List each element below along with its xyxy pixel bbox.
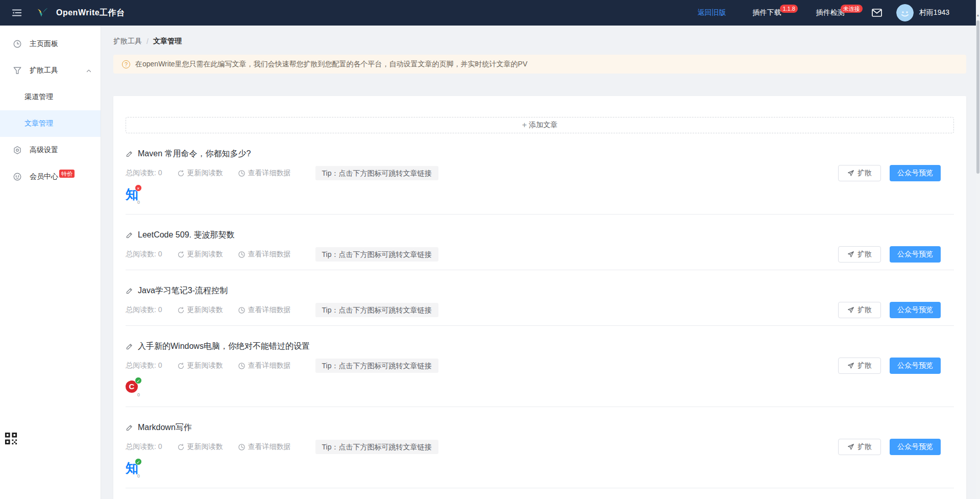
wechat-preview-button[interactable]: 公众号预览 [890, 165, 941, 181]
refresh-label: 更新阅读数 [187, 442, 223, 452]
spread-label: 扩散 [857, 361, 872, 370]
platform-icon-zhihu[interactable]: 知 0 × [126, 186, 143, 205]
sidebar-item-article-management[interactable]: 文章管理 [0, 110, 101, 137]
wechat-preview-button[interactable]: 公众号预览 [890, 439, 941, 455]
status-error-badge: × [135, 184, 142, 192]
spread-label: 扩散 [857, 442, 872, 452]
notice-text: 在openWrite里您只需在此编写文章，我们会快速帮您扩散到您配置的各个平台，… [135, 60, 527, 69]
edit-pencil-icon[interactable] [126, 150, 133, 158]
article-title[interactable]: Markdown写作 [138, 422, 192, 433]
refresh-icon [177, 170, 185, 177]
plugin-download-link[interactable]: 插件下载1.1.8 [752, 8, 797, 17]
edit-pencil-icon[interactable] [126, 231, 133, 239]
sidebar-item-channel-management[interactable]: 渠道管理 [0, 84, 101, 110]
platform-read-count: 0 [137, 392, 140, 397]
tip-pill: Tip：点击下方图标可跳转文章链接 [315, 440, 438, 454]
view-details-button[interactable]: 查看详细数据 [238, 442, 291, 452]
settings-hexagon-icon [13, 146, 22, 155]
main-content: 扩散工具 / 文章管理 ? 在openWrite里您只需在此编写文章，我们会快速… [101, 26, 976, 499]
spread-button[interactable]: 扩散 [838, 358, 881, 374]
article-list-card: + 添加文章 Maven 常用命令，你都知多少? 总阅读数: 0 [113, 96, 966, 499]
sidebar-item-member-center[interactable]: 会员中心 特价 [0, 163, 101, 190]
plugin-download-label: 插件下载 [752, 8, 781, 16]
article-title[interactable]: Java学习笔记3-流程控制 [138, 286, 228, 296]
plus-icon: + [522, 121, 527, 130]
qr-code-icon[interactable] [4, 432, 18, 445]
top-navbar: OpenWrite工作台 返回旧版 插件下载1.1.8 插件检测未连接 村雨19… [0, 0, 976, 26]
status-ok-badge: ✓ [135, 458, 142, 465]
platform-icon-zhihu[interactable]: 知 0 ✓ [126, 460, 143, 479]
view-details-button[interactable]: 查看详细数据 [238, 305, 291, 315]
breadcrumb-parent[interactable]: 扩散工具 [113, 37, 142, 46]
view-details-button[interactable]: 查看详细数据 [238, 250, 291, 259]
article-meta-line: 总阅读数: 0 更新阅读数 [126, 303, 954, 317]
sidebar: 主页面板 扩散工具 渠道管理 文章管理 [0, 26, 101, 499]
pie-clock-icon [238, 306, 246, 314]
article-title-line: LeetCode 509. 斐波那契数 [126, 229, 954, 241]
article-title[interactable]: LeetCode 509. 斐波那契数 [138, 230, 234, 241]
article-title[interactable]: 入手新的Windows电脑，你绝对不能错过的设置 [138, 341, 310, 352]
sidebar-item-home-panel[interactable]: 主页面板 [0, 31, 101, 57]
navbar-left: OpenWrite工作台 [0, 5, 125, 20]
article-row: Maven 常用命令，你都知多少? 总阅读数: 0 更新阅读数 [126, 133, 954, 215]
back-to-old-version-link[interactable]: 返回旧版 [697, 8, 726, 17]
edit-pencil-icon[interactable] [126, 424, 133, 432]
platform-icon-csdn[interactable]: C 0 ✓ [126, 379, 143, 397]
article-title[interactable]: Maven 常用命令，你都知多少? [138, 149, 251, 159]
add-article-label: 添加文章 [529, 121, 557, 130]
total-reads: 总阅读数: 0 [126, 250, 162, 259]
article-actions: 扩散 公众号预览 [838, 246, 941, 263]
openwrite-workspace: OpenWrite工作台 返回旧版 插件下载1.1.8 插件检测未连接 村雨19… [0, 0, 980, 499]
article-row: 入手新的Windows电脑，你绝对不能错过的设置 总阅读数: 0 更新阅读数 [126, 326, 954, 407]
article-meta-line: 总阅读数: 0 更新阅读数 [126, 440, 954, 454]
user-avatar[interactable] [896, 4, 914, 21]
sidebar-item-spread-tools[interactable]: 扩散工具 [0, 57, 101, 84]
menu-collapse-icon[interactable] [11, 7, 22, 18]
view-details-button[interactable]: 查看详细数据 [238, 361, 291, 370]
app-title: OpenWrite工作台 [56, 8, 125, 18]
scrollbar-up-arrow[interactable]: ▲ [976, 13, 980, 17]
tip-pill: Tip：点击下方图标可跳转文章链接 [315, 303, 438, 317]
plugin-check-link[interactable]: 插件检测未连接 [816, 8, 863, 17]
article-actions: 扩散 公众号预览 [838, 439, 941, 455]
spread-button[interactable]: 扩散 [838, 165, 881, 181]
refresh-reads-button[interactable]: 更新阅读数 [177, 250, 223, 259]
spread-button[interactable]: 扩散 [838, 246, 881, 263]
scrollbar-thumb[interactable] [976, 20, 979, 174]
wechat-preview-button[interactable]: 公众号预览 [890, 302, 941, 318]
refresh-label: 更新阅读数 [187, 169, 223, 178]
article-meta-line: 总阅读数: 0 更新阅读数 [126, 359, 954, 373]
wechat-preview-button[interactable]: 公众号预览 [890, 358, 941, 374]
refresh-reads-button[interactable]: 更新阅读数 [177, 442, 223, 452]
sidebar-item-advanced-settings[interactable]: 高级设置 [0, 137, 101, 163]
article-actions: 扩散 公众号预览 [838, 358, 941, 374]
spread-label: 扩散 [857, 169, 872, 178]
article-meta-line: 总阅读数: 0 更新阅读数 [126, 247, 954, 262]
page-scrollbar[interactable]: ▲ [976, 0, 980, 499]
refresh-icon [177, 443, 185, 451]
edit-pencil-icon[interactable] [126, 343, 133, 350]
add-article-button[interactable]: + 添加文章 [126, 117, 954, 133]
refresh-label: 更新阅读数 [187, 250, 223, 259]
platform-read-count: 0 [137, 473, 140, 479]
platform-icons: 知 0 × [126, 186, 954, 206]
spread-button[interactable]: 扩散 [838, 439, 881, 455]
edit-pencil-icon[interactable] [126, 287, 133, 295]
chevron-up-icon [86, 67, 92, 74]
platform-icons: 知 0 ✓ [126, 460, 954, 480]
platform-read-count: 0 [137, 200, 140, 205]
plugin-version-badge: 1.1.8 [780, 5, 797, 13]
tip-pill: Tip：点击下方图标可跳转文章链接 [315, 166, 438, 180]
refresh-reads-button[interactable]: 更新阅读数 [177, 169, 223, 178]
username[interactable]: 村雨1943 [919, 8, 949, 17]
refresh-reads-button[interactable]: 更新阅读数 [177, 305, 223, 315]
view-details-button[interactable]: 查看详细数据 [238, 169, 291, 178]
refresh-reads-button[interactable]: 更新阅读数 [177, 361, 223, 370]
spread-button[interactable]: 扩散 [838, 302, 881, 318]
refresh-label: 更新阅读数 [187, 305, 223, 315]
wechat-preview-button[interactable]: 公众号预览 [890, 246, 941, 263]
mail-icon[interactable] [871, 7, 883, 19]
pie-clock-icon [238, 362, 246, 370]
breadcrumb-separator: / [146, 37, 149, 45]
article-title-line: Markdown写作 [126, 422, 954, 433]
